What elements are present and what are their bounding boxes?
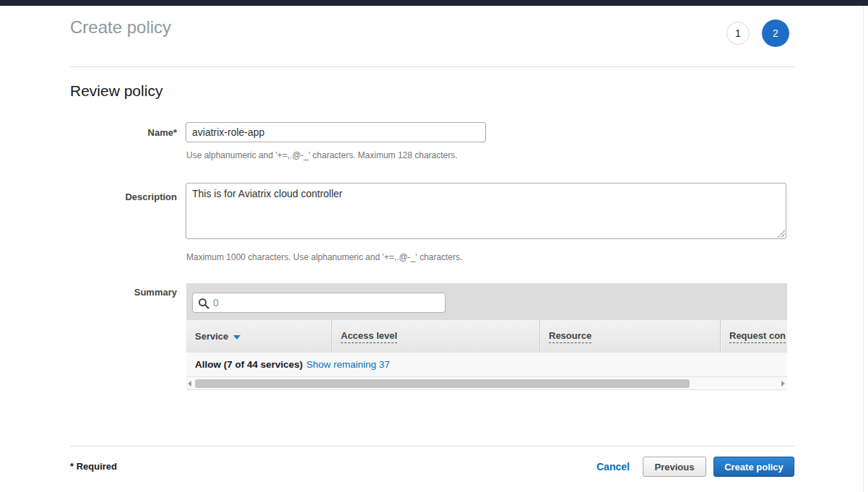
- required-note: * Required: [70, 461, 117, 472]
- footer-divider: [70, 446, 794, 446]
- create-policy-page: Create policy 1 2 Review policy Name* Us…: [0, 0, 868, 492]
- scroll-left-arrow-icon[interactable]: [188, 381, 191, 387]
- name-help-text: Use alphanumeric and '+=,.@-_' character…: [186, 150, 458, 160]
- summary-filter-band: [186, 283, 787, 320]
- summary-table: Service Access level Resource Request co…: [186, 283, 787, 390]
- name-label: Name*: [70, 127, 177, 138]
- service-header-label: Service: [195, 331, 228, 342]
- description-field-wrap: This is for Aviatrix cloud controller: [186, 183, 786, 239]
- column-header-resource[interactable]: Resource: [539, 320, 720, 353]
- description-label: Description: [70, 191, 177, 202]
- resource-header-label: Resource: [549, 330, 591, 343]
- header-divider: [70, 66, 794, 67]
- horizontal-scrollbar[interactable]: [186, 377, 787, 390]
- right-edge-divider: [863, 6, 864, 492]
- summary-search-input[interactable]: [213, 293, 440, 312]
- description-help-text: Maximum 1000 characters. Use alphanumeri…: [186, 252, 462, 262]
- column-header-access-level[interactable]: Access level: [331, 320, 539, 353]
- show-remaining-link[interactable]: Show remaining 37: [306, 359, 390, 370]
- allow-services-text: Allow (7 of 44 services): [195, 359, 303, 370]
- access-level-header-label: Access level: [341, 330, 397, 343]
- step-indicator-1: 1: [726, 22, 750, 45]
- summary-label: Summary: [70, 287, 177, 298]
- top-navigation-bar: [0, 0, 868, 6]
- column-header-service[interactable]: Service: [186, 320, 331, 353]
- page-title: Create policy: [70, 17, 171, 38]
- request-conditions-header-label: Request con: [729, 330, 786, 343]
- cancel-link[interactable]: Cancel: [596, 461, 630, 472]
- scrollbar-thumb[interactable]: [195, 379, 690, 388]
- review-policy-heading: Review policy: [70, 82, 162, 100]
- policy-description-textarea[interactable]: This is for Aviatrix cloud controller: [186, 183, 786, 239]
- previous-button[interactable]: Previous: [643, 457, 706, 477]
- sort-descending-icon: [233, 335, 240, 340]
- step-indicator-2: 2: [762, 20, 789, 47]
- search-icon: [198, 298, 209, 312]
- summary-table-header: Service Access level Resource Request co…: [186, 320, 787, 353]
- table-row-allow-services[interactable]: Allow (7 of 44 services) Show remaining …: [186, 353, 787, 377]
- scroll-right-arrow-icon[interactable]: [781, 381, 785, 387]
- create-policy-button[interactable]: Create policy: [713, 457, 794, 477]
- summary-search-box[interactable]: [192, 293, 446, 313]
- resize-grip-icon[interactable]: [778, 230, 785, 238]
- column-header-request-conditions[interactable]: Request con: [720, 320, 787, 353]
- policy-name-input[interactable]: [186, 122, 486, 142]
